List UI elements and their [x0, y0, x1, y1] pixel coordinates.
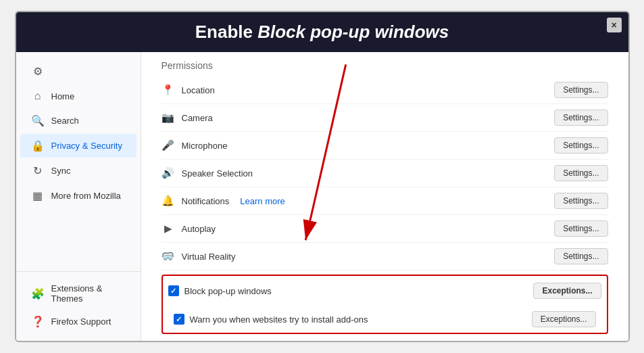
permission-left-microphone: 🎤 Microphone: [162, 139, 228, 151]
permission-row-location: 📍 Location Settings...: [162, 76, 608, 104]
block-popup-left: Block pop-up windows: [168, 285, 272, 296]
sidebar-label-search: Search: [51, 116, 79, 126]
permission-row-speaker: 🔊 Speaker Selection Settings...: [162, 160, 608, 187]
permission-left-speaker: 🔊 Speaker Selection: [162, 167, 253, 179]
banner-close-button[interactable]: ×: [607, 18, 622, 32]
sidebar-label-privacy: Privacy & Security: [51, 141, 122, 151]
permission-left-vr: 🥽 Virtual Reality: [162, 250, 236, 262]
sidebar-label-support: Firefox Support: [51, 316, 112, 327]
support-icon: ❓: [31, 315, 45, 328]
panel: Permissions 📍 Location Settings... 📷 Cam…: [141, 52, 628, 341]
sidebar-item-settings[interactable]: ⚙: [20, 60, 137, 83]
addons-row: Warn you when websites try to install ad…: [168, 306, 601, 333]
permission-left-notifications: 🔔 Notifications Learn more: [162, 195, 285, 207]
mozilla-icon: ▦: [31, 189, 45, 202]
vr-icon: 🥽: [162, 250, 175, 262]
notifications-settings-button[interactable]: Settings...: [554, 193, 608, 209]
settings-icon: ⚙: [31, 65, 45, 78]
permission-row-microphone: 🎤 Microphone Settings...: [162, 132, 608, 160]
sidebar-item-privacy[interactable]: 🔒 Privacy & Security: [20, 134, 137, 158]
addons-left: Warn you when websites try to install ad…: [174, 314, 368, 325]
permission-label-vr: Virtual Reality: [182, 252, 236, 262]
sidebar-label-extensions: Extensions & Themes: [51, 283, 126, 304]
sidebar-bottom: 🧩 Extensions & Themes ❓ Firefox Support: [16, 271, 141, 334]
permission-label-autoplay: Autoplay: [182, 224, 216, 234]
sidebar-item-search[interactable]: 🔍 Search: [20, 109, 137, 133]
permission-left-camera: 📷 Camera: [162, 112, 213, 124]
autoplay-icon: ▶: [162, 222, 175, 235]
permission-label-notifications: Notifications: [182, 196, 230, 206]
banner-text-bold-italic: Block pop-up windows: [257, 22, 449, 42]
speaker-settings-button[interactable]: Settings...: [554, 165, 608, 181]
sidebar-item-extensions[interactable]: 🧩 Extensions & Themes: [20, 278, 137, 309]
home-icon: ⌂: [31, 90, 45, 102]
speaker-icon: 🔊: [162, 167, 175, 179]
search-icon: 🔍: [31, 114, 45, 127]
location-settings-button[interactable]: Settings...: [554, 82, 608, 98]
permission-left-location: 📍 Location: [162, 84, 215, 96]
sidebar-item-mozilla[interactable]: ▦ More from Mozilla: [20, 184, 137, 208]
sync-icon: ↻: [31, 164, 45, 177]
lock-icon: 🔒: [31, 139, 45, 152]
permission-row-autoplay: ▶ Autoplay Settings...: [162, 215, 608, 243]
vr-settings-button[interactable]: Settings...: [554, 248, 608, 264]
extensions-icon: 🧩: [31, 287, 45, 300]
sidebar-spacer: [16, 208, 141, 271]
permission-row-vr: 🥽 Virtual Reality Settings...: [162, 243, 608, 270]
camera-icon: 📷: [162, 112, 175, 124]
notifications-learn-more[interactable]: Learn more: [240, 196, 284, 206]
browser-window: Enable Block pop-up windows × ⚙ ⌂ Home 🔍…: [15, 11, 630, 342]
microphone-settings-button[interactable]: Settings...: [554, 137, 608, 154]
block-popup-section: Block pop-up windows Exceptions... Warn …: [162, 275, 608, 334]
main-content: ⚙ ⌂ Home 🔍 Search 🔒 Privacy & Security ↻…: [16, 52, 628, 341]
camera-settings-button[interactable]: Settings...: [554, 110, 608, 126]
block-popup-exceptions-button[interactable]: Exceptions...: [533, 283, 601, 299]
permission-label-microphone: Microphone: [182, 141, 228, 151]
permission-row-notifications: 🔔 Notifications Learn more Settings...: [162, 187, 608, 215]
banner: Enable Block pop-up windows ×: [16, 12, 628, 52]
permissions-title: Permissions: [162, 60, 608, 71]
permission-left-autoplay: ▶ Autoplay: [162, 222, 216, 235]
addons-label: Warn you when websites try to install ad…: [190, 314, 368, 325]
sidebar-item-home[interactable]: ⌂ Home: [20, 85, 137, 108]
banner-text-plain: Enable: [195, 22, 257, 42]
block-popup-row: Block pop-up windows Exceptions...: [168, 276, 601, 306]
addons-exceptions-button[interactable]: Exceptions...: [532, 311, 596, 327]
block-popup-checkbox[interactable]: [168, 285, 179, 296]
sidebar-label-sync: Sync: [51, 166, 71, 176]
autoplay-settings-button[interactable]: Settings...: [554, 220, 608, 237]
sidebar-item-support[interactable]: ❓ Firefox Support: [20, 310, 137, 333]
permission-row-camera: 📷 Camera Settings...: [162, 104, 608, 132]
sidebar: ⚙ ⌂ Home 🔍 Search 🔒 Privacy & Security ↻…: [16, 52, 141, 341]
sidebar-label-mozilla: More from Mozilla: [51, 191, 121, 201]
permission-label-speaker: Speaker Selection: [182, 168, 253, 179]
notifications-icon: 🔔: [162, 195, 175, 207]
microphone-icon: 🎤: [162, 139, 175, 151]
sidebar-item-sync[interactable]: ↻ Sync: [20, 159, 137, 183]
sidebar-label-home: Home: [51, 91, 75, 101]
location-icon: 📍: [162, 84, 175, 96]
addons-checkbox[interactable]: [174, 314, 184, 325]
permission-label-camera: Camera: [182, 113, 213, 123]
block-popup-label: Block pop-up windows: [184, 286, 272, 296]
permission-label-location: Location: [182, 85, 215, 95]
